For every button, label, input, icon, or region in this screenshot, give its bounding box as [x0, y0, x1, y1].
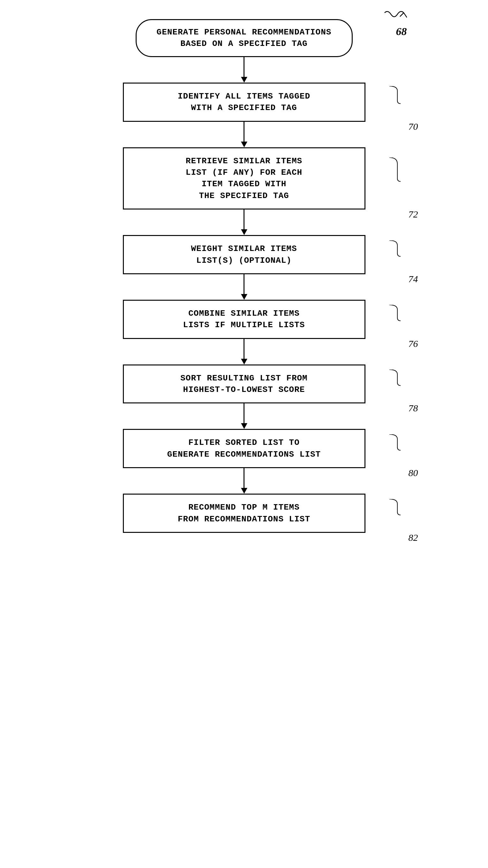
arrow-1: [68, 57, 420, 83]
start-box-wrapper: GENERATE PERSONAL RECOMMENDATIONSBASED O…: [68, 19, 420, 57]
step-70-bracket: [388, 86, 401, 118]
step-80-wrapper: FILTER SORTED LIST TOGENERATE RECOMMENDA…: [68, 429, 420, 468]
arrow-5: [68, 339, 420, 365]
step-80-box: FILTER SORTED LIST TOGENERATE RECOMMENDA…: [123, 429, 366, 468]
step-76-text: COMBINE SIMILAR ITEMSLISTS IF MULTIPLE L…: [183, 309, 305, 330]
step-72-box: RETRIEVE SIMILAR ITEMSLIST (IF ANY) FOR …: [123, 147, 366, 210]
step-82-label: 82: [408, 532, 418, 543]
step-80-bracket: [388, 434, 401, 463]
start-box: GENERATE PERSONAL RECOMMENDATIONSBASED O…: [136, 19, 353, 57]
step-78-wrapper: SORT RESULTING LIST FROMHIGHEST-TO-LOWES…: [68, 365, 420, 404]
step-70-box: IDENTIFY ALL ITEMS TAGGEDWITH A SPECIFIE…: [123, 83, 366, 122]
step-74-wrapper: WEIGHT SIMILAR ITEMSLIST(S) (OPTIONAL) 7…: [68, 235, 420, 274]
step-80-text: FILTER SORTED LIST TOGENERATE RECOMMENDA…: [167, 438, 321, 459]
step-82-text: RECOMMEND TOP M ITEMSFROM RECOMMENDATION…: [178, 502, 310, 524]
step-82-wrapper: RECOMMEND TOP M ITEMSFROM RECOMMENDATION…: [68, 494, 420, 533]
step-78-box: SORT RESULTING LIST FROMHIGHEST-TO-LOWES…: [123, 365, 366, 404]
svg-line-1: [400, 13, 404, 17]
step-72-text: RETRIEVE SIMILAR ITEMSLIST (IF ANY) FOR …: [186, 156, 302, 200]
step-74-bracket: [388, 241, 401, 269]
step-74-box: WEIGHT SIMILAR ITEMSLIST(S) (OPTIONAL): [123, 235, 366, 274]
arrow-7: [68, 468, 420, 494]
step-74-text: WEIGHT SIMILAR ITEMSLIST(S) (OPTIONAL): [191, 244, 297, 265]
arrow-3: [68, 210, 420, 235]
arrow-4: [68, 274, 420, 300]
arrow-6: [68, 403, 420, 429]
start-box-text: GENERATE PERSONAL RECOMMENDATIONSBASED O…: [157, 27, 332, 49]
step-82-box: RECOMMEND TOP M ITEMSFROM RECOMMENDATION…: [123, 494, 366, 533]
step-72-bracket: [388, 158, 401, 199]
diagram-container: 68 GENERATE PERSONAL RECOMMENDATIONSBASE…: [68, 0, 420, 558]
svg-line-0: [404, 13, 407, 18]
arrow-2: [68, 122, 420, 147]
step-76-wrapper: COMBINE SIMILAR ITEMSLISTS IF MULTIPLE L…: [68, 300, 420, 339]
step-78-text: SORT RESULTING LIST FROMHIGHEST-TO-LOWES…: [180, 373, 307, 395]
step-76-bracket: [388, 305, 401, 334]
step-76-box: COMBINE SIMILAR ITEMSLISTS IF MULTIPLE L…: [123, 300, 366, 339]
step-78-bracket: [388, 370, 401, 398]
step-82-bracket: [388, 499, 401, 528]
step-70-text: IDENTIFY ALL ITEMS TAGGEDWITH A SPECIFIE…: [178, 92, 310, 113]
step-70-wrapper: IDENTIFY ALL ITEMS TAGGEDWITH A SPECIFIE…: [68, 83, 420, 122]
step-72-wrapper: RETRIEVE SIMILAR ITEMSLIST (IF ANY) FOR …: [68, 147, 420, 210]
